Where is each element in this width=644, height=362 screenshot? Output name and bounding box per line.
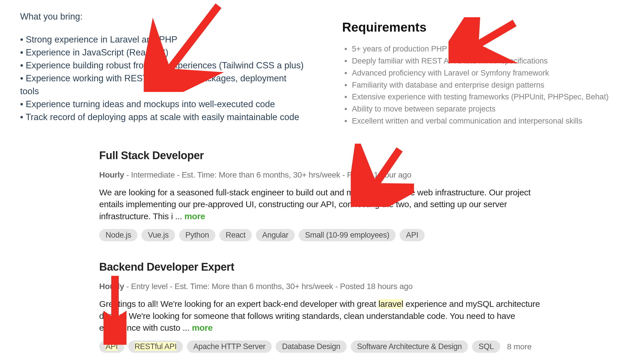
skill-tag[interactable]: Python (179, 229, 215, 241)
skill-tag[interactable]: Small (10-99 employees) (299, 229, 396, 241)
requirement-item: Familiarity with database and enterprise… (342, 79, 615, 91)
requirement-item: 5+ years of production PHP experience (342, 43, 615, 55)
requirement-item: Deeply familiar with REST API's and HTTP… (342, 55, 615, 67)
skill-tag[interactable]: Database Design (276, 340, 347, 353)
job-meta-rest: - Intermediate - Est. Time: More than 6 … (124, 170, 411, 179)
job-description: We are looking for a seasoned full-stack… (99, 186, 548, 222)
skill-tag[interactable]: Vue.js (141, 229, 175, 241)
requirement-item: Excellent written and verbal communicati… (342, 115, 615, 127)
skill-tag[interactable]: Angular (256, 229, 295, 241)
bullet-item: • Track record of deploying apps at scal… (20, 111, 308, 124)
bullet-item: • Strong experience in Laravel and PHP (20, 33, 308, 46)
job-card: Backend Developer Expert Hourly - Entry … (99, 261, 548, 353)
bullet-item: • Experience working with REST API's, co… (20, 72, 308, 98)
bullet-item: • Experience in JavaScript (React.JS) (20, 46, 308, 59)
highlighted-term: RESTful API (135, 342, 177, 351)
what-you-bring-block: What you bring: • Strong experience in L… (20, 11, 308, 124)
skill-tag[interactable]: React (219, 229, 252, 241)
job-description: Greetings to all! We're looking for an e… (99, 298, 548, 334)
job-title[interactable]: Backend Developer Expert (99, 261, 548, 273)
requirement-item: Ability to move between separate project… (342, 103, 615, 115)
job-card: Full Stack Developer Hourly - Intermedia… (99, 149, 548, 241)
tag-row: Node.js Vue.js Python React Angular Smal… (99, 229, 548, 241)
job-desc-text: Greetings to all! We're looking for an e… (99, 299, 378, 309)
skill-tag[interactable]: Software Architecture & Design (351, 340, 468, 353)
job-meta: Hourly - Entry level - Est. Time: More t… (99, 282, 548, 291)
more-link[interactable]: more (184, 211, 205, 221)
bullet-item: • Experience turning ideas and mockups i… (20, 98, 308, 111)
requirement-item: Extensive experience with testing framew… (342, 91, 615, 103)
requirement-item: Advanced proficiency with Laravel or Sym… (342, 67, 615, 79)
what-you-bring-heading: What you bring: (20, 11, 308, 22)
more-tags-label[interactable]: 8 more (507, 342, 532, 351)
tag-row: API RESTful API Apache HTTP Server Datab… (99, 340, 548, 353)
job-hourly-label: Hourly (99, 282, 124, 291)
skill-tag[interactable]: SQL (472, 340, 500, 353)
more-link[interactable]: more (192, 323, 212, 332)
requirements-block: Requirements 5+ years of production PHP … (342, 20, 615, 127)
skill-tag[interactable]: Apache HTTP Server (187, 340, 272, 353)
skill-tag[interactable]: API (400, 229, 425, 241)
skill-tag[interactable]: Node.js (99, 229, 137, 241)
highlighted-term: laravel (378, 299, 403, 309)
highlighted-term: API (106, 342, 118, 351)
requirements-heading: Requirements (342, 20, 615, 34)
job-listings: Full Stack Developer Hourly - Intermedia… (99, 149, 548, 353)
skill-tag[interactable]: RESTful API (128, 340, 183, 353)
bullet-item: • Experience building robust frontend ex… (20, 59, 308, 72)
job-desc-text: We are looking for a seasoned full-stack… (99, 188, 531, 221)
job-title[interactable]: Full Stack Developer (99, 149, 548, 162)
skill-tag[interactable]: API (99, 340, 124, 353)
job-hourly-label: Hourly (99, 170, 124, 179)
job-meta-rest: - Entry level - Est. Time: More than 6 m… (124, 282, 413, 291)
job-meta: Hourly - Intermediate - Est. Time: More … (99, 170, 548, 180)
